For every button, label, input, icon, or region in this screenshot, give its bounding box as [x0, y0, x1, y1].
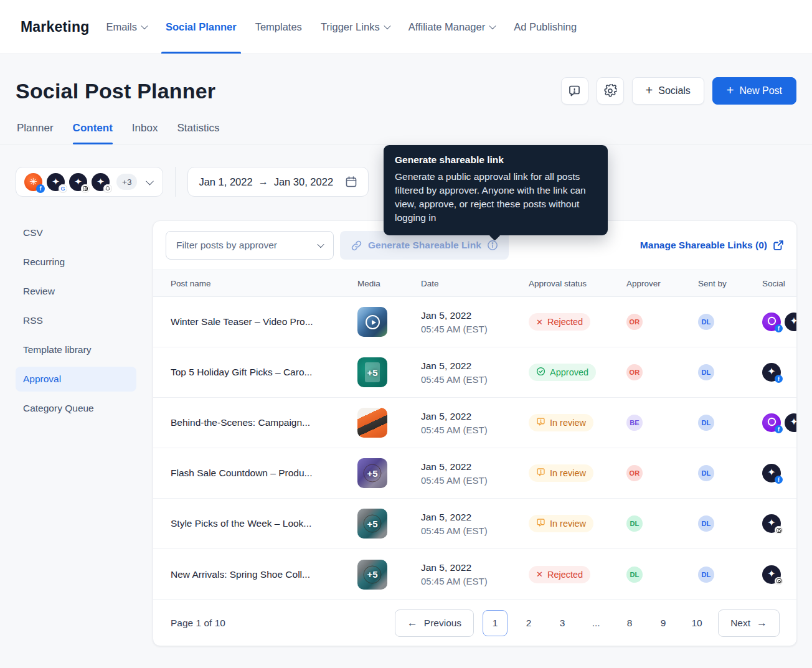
- date-cell: Jan 5, 202205:45 AM (EST): [421, 360, 529, 385]
- add-socials-button[interactable]: + Socials: [632, 77, 704, 105]
- page-button-3[interactable]: 3: [550, 610, 575, 636]
- tab-content[interactable]: Content: [73, 122, 113, 144]
- account-avatar-google: ✦G: [47, 173, 65, 191]
- sidebar-item-review[interactable]: Review: [16, 279, 136, 304]
- status-cell: Approved: [529, 364, 626, 381]
- sparkle-logo-icon: ✦: [767, 569, 775, 579]
- snapchat-badge-icon: [103, 184, 112, 193]
- post-date: Jan 5, 2022: [421, 360, 529, 372]
- page-button-8[interactable]: 8: [617, 610, 642, 636]
- social-accounts-selector[interactable]: ✳f✦G✦✦ +3: [16, 167, 163, 197]
- sidebar-item-rss[interactable]: RSS: [16, 308, 136, 333]
- nav-item-label: Social Planner: [166, 21, 237, 33]
- status-badge-rejected: ✕Rejected: [529, 566, 590, 583]
- approver-avatar: OR: [626, 465, 643, 481]
- page-button-2[interactable]: 2: [516, 610, 541, 636]
- sidebar-item-approval[interactable]: Approval: [16, 367, 136, 392]
- sidebar-item-recurring[interactable]: Recurring: [16, 250, 136, 275]
- page-button-10[interactable]: 10: [684, 610, 709, 636]
- top-navigation: Marketing EmailsSocial PlannerTemplatesT…: [0, 0, 812, 54]
- status-badge-review: In review: [529, 464, 593, 482]
- table-footer: Page 1 of 10 ← Previous 123...8910 Next …: [153, 600, 796, 646]
- approver-avatar: DL: [626, 567, 643, 583]
- media-thumbnail: [357, 307, 387, 337]
- arrow-left-icon: ←: [407, 618, 418, 628]
- chevron-down-icon: [489, 22, 496, 29]
- content-tabs: PlannerContentInboxStatistics: [0, 122, 812, 144]
- filter-by-approver-dropdown[interactable]: Filter posts by approver: [166, 231, 334, 260]
- table-row[interactable]: Winter Sale Teaser – Video Pro...Jan 5, …: [153, 297, 796, 347]
- page-number-buttons: 123...8910: [483, 610, 709, 636]
- next-page-button[interactable]: Next →: [718, 609, 780, 637]
- table-row[interactable]: Style Picks of the Week – Look...+5Jan 5…: [153, 499, 796, 549]
- page-button-1[interactable]: 1: [483, 610, 507, 636]
- column-header-social: Social: [762, 279, 796, 288]
- status-label: Rejected: [547, 570, 583, 580]
- approver-avatar: OR: [626, 314, 643, 330]
- account-avatar-facebook: ✳f: [24, 173, 42, 191]
- table-row[interactable]: Top 5 Holiday Gift Picks – Caro...+5Jan …: [153, 347, 796, 398]
- sparkle-logo-icon: ✦: [52, 177, 60, 186]
- sidebar-item-category-queue[interactable]: Category Queue: [16, 396, 136, 421]
- nav-item-trigger-links[interactable]: Trigger Links: [311, 0, 399, 54]
- previous-page-button[interactable]: ← Previous: [395, 609, 474, 637]
- date-cell: Jan 5, 202205:45 AM (EST): [421, 512, 529, 536]
- new-post-button[interactable]: + New Post: [712, 77, 796, 105]
- date-range-picker[interactable]: Jan 1, 2022 → Jan 30, 2022: [187, 167, 369, 197]
- post-date: Jan 5, 2022: [421, 562, 529, 573]
- post-time: 05:45 AM (EST): [421, 374, 529, 385]
- tab-statistics[interactable]: Statistics: [177, 122, 219, 144]
- sent-by-avatar: DL: [698, 465, 714, 481]
- nav-item-social-planner[interactable]: Social Planner: [156, 0, 246, 54]
- table-row[interactable]: Behind-the-Scenes: Campaign...Jan 5, 202…: [153, 398, 796, 448]
- account-avatars: ✳f✦G✦✦: [24, 173, 110, 191]
- page-info-text: Page 1 of 10: [171, 618, 225, 629]
- approver-avatar: DL: [626, 515, 643, 532]
- post-time: 05:45 AM (EST): [421, 324, 529, 334]
- date-cell: Jan 5, 202205:45 AM (EST): [421, 411, 529, 435]
- post-name-cell: Flash Sale Countdown – Produ...: [171, 468, 357, 479]
- sidebar-item-csv[interactable]: CSV: [16, 220, 136, 245]
- column-header-media: Media: [357, 279, 421, 288]
- media-cell: +5: [357, 509, 421, 539]
- status-badge-rejected: ✕Rejected: [529, 313, 590, 331]
- column-header-post-name: Post name: [171, 279, 357, 288]
- post-date: Jan 5, 2022: [421, 310, 529, 321]
- manage-shareable-links-link[interactable]: Manage Shareable Links (0): [640, 240, 784, 251]
- nav-item-affiliate-manager[interactable]: Affiliate Manager: [399, 0, 505, 54]
- approver-cell: OR: [626, 364, 698, 380]
- status-badge-review: In review: [529, 414, 593, 431]
- social-icon-navy-instagram: ✦: [785, 413, 797, 432]
- page-button-9[interactable]: 9: [651, 610, 676, 636]
- sparkle-logo-icon: ✦: [767, 518, 775, 528]
- post-name-cell: Style Picks of the Week – Look...: [171, 518, 357, 529]
- nav-item-emails[interactable]: Emails: [97, 0, 156, 54]
- tab-inbox[interactable]: Inbox: [132, 122, 158, 144]
- info-icon[interactable]: [487, 240, 498, 251]
- tab-planner[interactable]: Planner: [17, 122, 54, 144]
- status-cell: In review: [529, 464, 626, 482]
- sidebar-item-template-library[interactable]: Template library: [16, 337, 136, 362]
- nav-item-ad-publishing[interactable]: Ad Publishing: [504, 0, 586, 54]
- table-row[interactable]: Flash Sale Countdown – Produ...+5Jan 5, …: [153, 448, 796, 499]
- column-header-date: Date: [421, 279, 529, 288]
- media-thumbnail: +5: [357, 560, 387, 590]
- nav-item-templates[interactable]: Templates: [246, 0, 311, 54]
- settings-button[interactable]: [597, 77, 624, 105]
- sparkle-logo-icon: ✦: [97, 177, 105, 186]
- sent-by-avatar: DL: [698, 415, 714, 431]
- media-cell: +5: [357, 560, 421, 590]
- link-icon: [351, 240, 362, 252]
- date-range-start: Jan 1, 2022: [199, 176, 252, 188]
- approver-cell: DL: [626, 567, 698, 583]
- status-cell: ✕Rejected: [529, 313, 626, 331]
- date-cell: Jan 5, 202205:45 AM (EST): [421, 562, 529, 586]
- social-icon-navy-instagram: ✦: [762, 514, 781, 533]
- feedback-button[interactable]: [561, 77, 588, 105]
- status-label: In review: [550, 519, 586, 529]
- instagram-badge-icon: [775, 526, 783, 534]
- social-cell: ✦: [762, 514, 796, 533]
- approver-cell: OR: [626, 465, 698, 481]
- arrow-right-icon: →: [757, 618, 767, 628]
- table-row[interactable]: New Arrivals: Spring Shoe Coll...+5Jan 5…: [153, 549, 796, 600]
